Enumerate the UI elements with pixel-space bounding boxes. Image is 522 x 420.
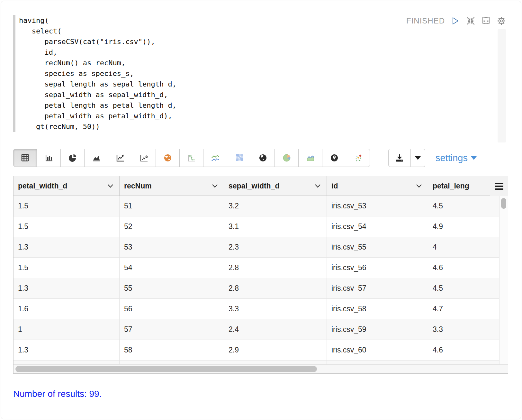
cell: 55: [120, 278, 224, 298]
table-row: 1 57 2.4 iris.csv_59 3.3: [14, 319, 499, 340]
multi-line-chart-icon: [210, 153, 221, 163]
settings-dropdown[interactable]: settings: [436, 153, 477, 163]
column-header-recnum[interactable]: recNum: [120, 176, 224, 196]
cell: iris.csv_60: [327, 340, 428, 360]
cell: 1.5: [14, 196, 120, 216]
chart-type-globe-button[interactable]: [251, 149, 275, 167]
cell: iris.csv_59: [327, 319, 428, 340]
line-chart-icon: [115, 153, 126, 163]
chart-type-table-button[interactable]: [13, 149, 37, 167]
bar-chart-icon: [43, 153, 54, 163]
vertical-scrollbar-thumb[interactable]: [501, 198, 506, 209]
code-editor-area: having( select( parseCSV(cat("iris.csv")…: [13, 15, 482, 132]
globe-dark-icon: [257, 153, 268, 163]
table-body: 1.5 51 3.2 iris.csv_53 4.5 1.5 52 3.1 ir…: [14, 196, 508, 364]
cell: 4.6: [428, 258, 499, 278]
scatter-chart-icon: [139, 153, 149, 163]
download-button[interactable]: [388, 149, 411, 167]
column-label: petal_leng: [433, 182, 469, 190]
paragraph-settings-button[interactable]: [496, 16, 507, 26]
column-header-petal-width[interactable]: petal_width_d: [14, 176, 120, 196]
collapse-button[interactable]: [465, 16, 476, 26]
cell: 1.6: [14, 299, 120, 319]
cell: 4.5: [428, 278, 499, 298]
cell: 2.9: [224, 340, 327, 360]
chart-type-line-button[interactable]: [108, 149, 132, 167]
chevron-down-icon[interactable]: [416, 184, 422, 188]
pie-chart-color-icon: [281, 153, 292, 163]
cell: 2.4: [224, 319, 327, 340]
globe-dark-pin-icon: [329, 153, 340, 163]
chart-type-pie-button[interactable]: [61, 149, 85, 167]
chart-type-group: [13, 149, 370, 167]
scatter-color-icon: [353, 153, 364, 163]
chart-type-globe-pin-button[interactable]: [322, 149, 346, 167]
cell: 4.5: [428, 196, 499, 216]
notebook-paragraph: having( select( parseCSV(cat("iris.csv")…: [1, 1, 521, 419]
cell: iris.csv_57: [327, 278, 428, 298]
table-row: 1.3 55 2.8 iris.csv_57 4.5: [14, 278, 499, 299]
result-toolbar: settings: [13, 149, 477, 167]
code-editor[interactable]: having( select( parseCSV(cat("iris.csv")…: [19, 15, 176, 132]
column-label: petal_width_d: [18, 182, 67, 190]
table-row: 1.3 58 2.9 iris.csv_60 4.6: [14, 340, 499, 361]
run-button[interactable]: [450, 16, 460, 26]
map-globe-orange-icon: [162, 153, 173, 163]
area-chart-color-icon: [305, 153, 316, 163]
cell: 4: [428, 237, 499, 257]
chart-type-heatmap-button[interactable]: [227, 149, 251, 167]
play-icon: [450, 16, 460, 26]
cell: 57: [120, 319, 224, 340]
chart-type-map-button[interactable]: [156, 149, 180, 167]
table-row: 1.5 51 3.2 iris.csv_53 4.5: [14, 196, 499, 216]
cell: 1.3: [14, 237, 120, 257]
bubble-matrix-icon: [186, 153, 197, 163]
column-label: id: [331, 182, 338, 190]
horizontal-scrollbar-thumb[interactable]: [15, 366, 317, 372]
cell: 4.9: [428, 216, 499, 237]
editor-scrollbar-track[interactable]: [498, 29, 506, 142]
caret-down-icon: [415, 156, 421, 160]
table-row: 1.3 53 2.3 iris.csv_55 4: [14, 237, 499, 258]
editor-gutter: [13, 15, 15, 132]
results-count-text: Number of results: 99.: [13, 389, 102, 399]
table-row: 1.5 52 3.1 iris.csv_54 4.9: [14, 216, 499, 237]
cell: 1.5: [14, 216, 120, 237]
chart-type-multi-line-button[interactable]: [203, 149, 227, 167]
chart-type-scatter-color-button[interactable]: [346, 149, 370, 167]
chevron-down-icon[interactable]: [212, 184, 218, 188]
table-vertical-scrollbar[interactable]: [499, 196, 508, 364]
chevron-down-icon[interactable]: [315, 184, 321, 188]
table-horizontal-scrollbar[interactable]: [14, 364, 508, 373]
chart-type-area-button[interactable]: [85, 149, 108, 167]
chart-type-area-color-button[interactable]: [299, 149, 322, 167]
chart-type-pie-color-button[interactable]: [275, 149, 299, 167]
result-table: petal_width_d recNum sepal_width_d id pe…: [13, 176, 508, 374]
cell: 3.2: [224, 196, 327, 216]
column-header-sepal-width[interactable]: sepal_width_d: [224, 176, 327, 196]
status-badge: FINISHED: [406, 16, 445, 25]
chart-type-bar-button[interactable]: [37, 149, 61, 167]
chevron-down-icon[interactable]: [107, 184, 113, 188]
cell: 1.3: [14, 278, 120, 298]
chart-type-scatter-button[interactable]: [132, 149, 156, 167]
cell: 56: [120, 299, 224, 319]
cell: 54: [120, 258, 224, 278]
cell: 1.3: [14, 340, 120, 360]
download-icon: [394, 153, 405, 163]
download-dropdown-button[interactable]: [411, 149, 425, 167]
cell: 4.7: [428, 299, 499, 319]
column-menu-button[interactable]: [490, 176, 508, 196]
cell: 51: [120, 196, 224, 216]
cell: 2.8: [224, 258, 327, 278]
cell: iris.csv_53: [327, 196, 428, 216]
chart-type-bubble-matrix-button[interactable]: [180, 149, 203, 167]
column-header-id[interactable]: id: [327, 176, 428, 196]
column-label: recNum: [124, 182, 152, 190]
report-view-button[interactable]: [481, 16, 491, 26]
hamburger-icon: [495, 183, 503, 184]
pie-chart-icon: [67, 153, 78, 163]
cell: 4.6: [428, 340, 499, 360]
table-row: 1.5 54 2.8 iris.csv_56 4.6: [14, 258, 499, 278]
table-header-row: petal_width_d recNum sepal_width_d id pe…: [14, 176, 508, 196]
